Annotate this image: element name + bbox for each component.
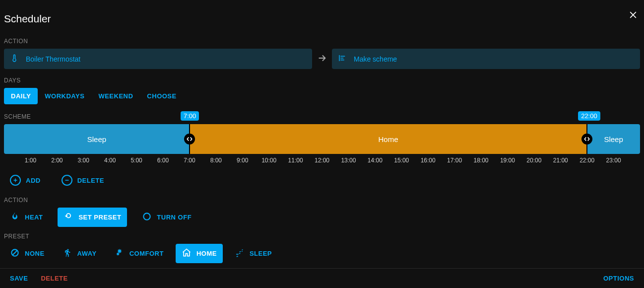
turnOff-icon [142, 212, 152, 223]
section-label-action: ACTION [4, 38, 640, 45]
tick-label: 1:00 [25, 157, 36, 164]
section-label-scheme: SCHEME [4, 113, 640, 120]
tick-label: 10:00 [261, 157, 276, 164]
mode-heat-button[interactable]: HEAT [4, 208, 49, 227]
save-button[interactable]: SAVE [10, 275, 28, 282]
tick-label: 17:00 [447, 157, 462, 164]
timeline: SleepHomeSleep7:0022:00 1:002:003:004:00… [4, 124, 640, 167]
footer-delete-button[interactable]: DELETE [41, 275, 67, 282]
drag-handle-icon[interactable] [581, 134, 592, 144]
tick-label: 11:00 [288, 157, 303, 164]
svg-point-0 [144, 213, 150, 219]
preset-away-button[interactable]: AWAY [57, 244, 103, 263]
minus-circle-icon [62, 175, 72, 186]
delete-button[interactable]: DELETE [56, 171, 110, 190]
days-tab-weekend[interactable]: WEEKEND [91, 88, 140, 104]
add-label: ADD [26, 177, 41, 184]
options-button[interactable]: OPTIONS [603, 275, 634, 282]
arrow-right-icon [316, 53, 328, 66]
days-tabset: DAILYWORKDAYSWEEKENDCHOOSE [4, 88, 640, 104]
tick-label: 8:00 [210, 157, 222, 164]
mode-label: TURN OFF [157, 214, 192, 221]
tick-label: 22:00 [580, 157, 594, 164]
preset-label: COMFORT [129, 250, 164, 257]
tick-label: 16:00 [421, 157, 436, 164]
timeline-segment-sleep[interactable]: Sleep [587, 124, 640, 154]
days-tab-choose[interactable]: CHOOSE [140, 88, 183, 104]
dialog-footer: SAVE DELETE OPTIONS [0, 268, 644, 288]
delete-label: DELETE [77, 177, 104, 184]
tick-label: 20:00 [526, 157, 541, 164]
days-tab-workdays[interactable]: WORKDAYS [38, 88, 91, 104]
section-label-days: DAYS [4, 77, 640, 84]
section-label-action2: ACTION [4, 197, 640, 204]
none-icon [10, 248, 20, 259]
away-icon [63, 248, 72, 259]
tick-label: 7:00 [184, 157, 195, 164]
days-tab-daily[interactable]: DAILY [4, 88, 38, 104]
scheme-selector[interactable]: Make scheme [332, 49, 640, 69]
close-icon[interactable] [628, 10, 638, 20]
section-label-preset: PRESET [4, 233, 640, 240]
entity-selector[interactable]: Boiler Thermostat [4, 49, 312, 69]
dialog-title: Scheduler [4, 4, 640, 34]
mode-turn-off-button[interactable]: TURN OFF [136, 208, 197, 227]
preset-none-button[interactable]: NONE [4, 244, 51, 263]
preset-label: SLEEP [250, 250, 272, 257]
scheme-name: Make scheme [354, 55, 397, 63]
timeline-segment-sleep[interactable]: Sleep [4, 124, 190, 154]
add-button[interactable]: ADD [4, 171, 47, 190]
tick-label: 12:00 [315, 157, 329, 164]
mode-label: SET PRESET [78, 214, 121, 221]
tick-label: 13:00 [341, 157, 356, 164]
preset-home-button[interactable]: HOME [176, 244, 223, 263]
tick-label: 2:00 [51, 157, 63, 164]
heat-icon [10, 212, 20, 223]
tick-label: 4:00 [104, 157, 116, 164]
setPreset-icon [64, 212, 73, 223]
handle-time-label: 7:00 [181, 111, 199, 121]
timeline-segment-home[interactable]: Home [190, 124, 587, 154]
entity-name: Boiler Thermostat [26, 55, 80, 63]
scheme-icon [338, 54, 347, 64]
tick-label: 6:00 [157, 157, 169, 164]
tick-label: 21:00 [553, 157, 568, 164]
preset-label: AWAY [77, 250, 97, 257]
preset-sleep-button[interactable]: SLEEP [229, 244, 278, 263]
plus-circle-icon [10, 175, 21, 186]
home-icon [182, 248, 192, 259]
mode-label: HEAT [25, 214, 43, 221]
tick-label: 23:00 [606, 157, 621, 164]
preset-label: NONE [25, 250, 45, 257]
mode-set-preset-button[interactable]: SET PRESET [58, 208, 127, 227]
tick-label: 15:00 [394, 157, 409, 164]
preset-comfort-button[interactable]: COMFORT [109, 244, 170, 263]
tick-label: 14:00 [368, 157, 383, 164]
comfort-icon [115, 248, 125, 259]
tick-label: 19:00 [500, 157, 515, 164]
sleep-icon [235, 248, 245, 259]
drag-handle-icon[interactable] [184, 134, 195, 144]
thermostat-icon [10, 54, 19, 64]
preset-label: HOME [196, 250, 217, 257]
tick-label: 3:00 [78, 157, 89, 164]
handle-time-label: 22:00 [578, 111, 600, 121]
tick-label: 9:00 [237, 157, 248, 164]
tick-label: 18:00 [473, 157, 488, 164]
tick-label: 5:00 [130, 157, 142, 164]
